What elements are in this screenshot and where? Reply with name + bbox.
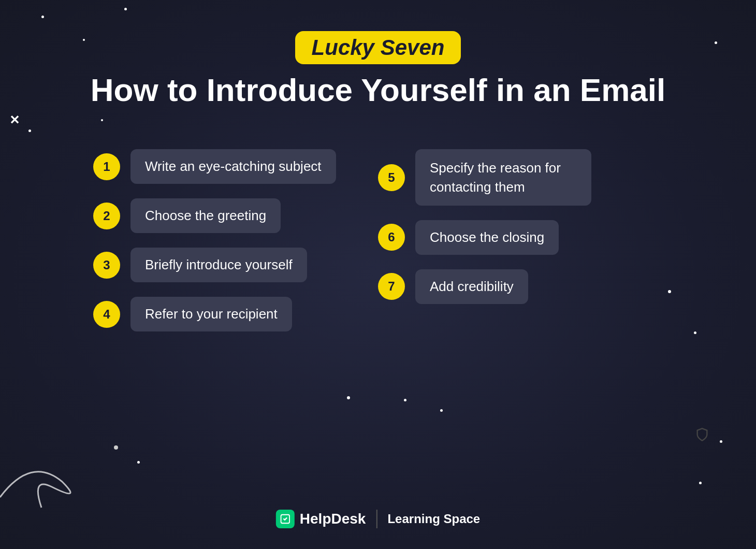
dot-9 (404, 399, 406, 401)
helpdesk-brand: HelpDesk (300, 511, 366, 527)
main-content: Lucky Seven How to Introduce Yourself in… (0, 0, 756, 331)
item-label-6: Choose the closing (415, 220, 559, 255)
item-row-2: 2 Choose the greeting (93, 198, 378, 233)
item-number-4: 4 (93, 301, 120, 328)
right-column: 5 Specify the reason for contacting them… (378, 144, 663, 331)
item-row-5: 5 Specify the reason for contacting them (378, 149, 663, 206)
main-title: How to Introduce Yourself in an Email (91, 72, 665, 108)
header: Lucky Seven How to Introduce Yourself in… (91, 31, 665, 108)
item-row-3: 3 Briefly introduce yourself (93, 248, 378, 282)
left-column: 1 Write an eye-catching subject 2 Choose… (93, 144, 378, 331)
item-label-1: Write an eye-catching subject (130, 149, 336, 184)
items-container: 1 Write an eye-catching subject 2 Choose… (93, 144, 663, 331)
item-row-7: 7 Add credibility (378, 269, 663, 304)
dot-15 (699, 482, 702, 484)
item-number-3: 3 (93, 252, 120, 279)
dot-10 (440, 409, 443, 412)
item-row-4: 4 Refer to your recipient (93, 297, 378, 331)
lucky-seven-badge: Lucky Seven (295, 31, 461, 64)
item-label-5: Specify the reason for contacting them (415, 149, 591, 206)
item-label-3: Briefly introduce yourself (130, 248, 307, 282)
shield-icon (695, 427, 709, 445)
item-number-7: 7 (378, 273, 405, 300)
footer-divider (376, 510, 377, 528)
item-number-1: 1 (93, 153, 120, 180)
footer: HelpDesk Learning Space (276, 510, 480, 528)
item-label-7: Add credibility (415, 269, 528, 304)
dot-8 (694, 331, 696, 334)
helpdesk-icon (276, 510, 295, 528)
item-label-2: Choose the greeting (130, 198, 281, 233)
dot-11 (347, 396, 350, 399)
item-row-6: 6 Choose the closing (378, 220, 663, 255)
item-number-6: 6 (378, 224, 405, 251)
item-number-5: 5 (378, 164, 405, 191)
decorative-curve (0, 414, 155, 518)
item-label-4: Refer to your recipient (130, 297, 292, 331)
helpdesk-logo: HelpDesk (276, 510, 366, 528)
learning-space-label: Learning Space (387, 512, 480, 526)
item-row-1: 1 Write an eye-catching subject (93, 149, 378, 184)
item-number-2: 2 (93, 203, 120, 229)
dot-14 (720, 440, 722, 443)
